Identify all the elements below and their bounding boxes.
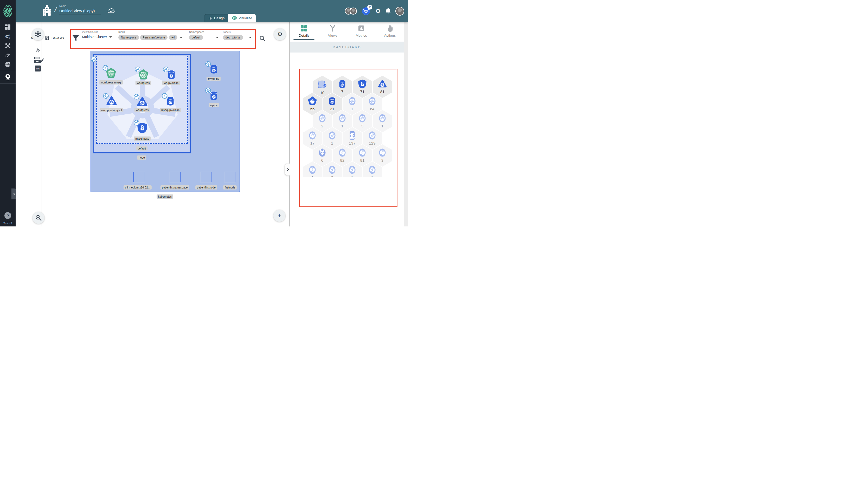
- resource-count: 71: [360, 90, 365, 94]
- node-label: mysql-pv-claim: [160, 108, 181, 112]
- chevron-down-icon: [249, 37, 251, 38]
- canvas-empty-node-c3-medium-x86-02...[interactable]: [133, 172, 145, 182]
- chevron-down-icon: [109, 36, 112, 38]
- metrics-chart-icon: [358, 25, 365, 32]
- node-label: patientfirstnode: [195, 185, 217, 190]
- node-label: patientlistnamespace: [160, 185, 189, 190]
- save-as-button[interactable]: Save As: [45, 36, 64, 40]
- resource-count: 3: [331, 175, 333, 177]
- view-name-field: Name: [59, 5, 101, 15]
- resource-count: 82: [340, 158, 345, 162]
- node-label: firstnode: [223, 185, 237, 190]
- active-tab-indicator: [293, 39, 314, 40]
- kinds-filter[interactable]: Kinds NamespacePersistentVolume+4: [118, 31, 185, 45]
- canvas-settings-button[interactable]: ⚙: [274, 28, 286, 40]
- resource-count: 1: [341, 124, 343, 128]
- managed-badge-icon: [162, 93, 167, 100]
- lifecycle-gears-icon[interactable]: ⚙⚙⚙: [0, 32, 16, 41]
- resource-count: 2: [321, 124, 323, 128]
- resource-count: 1: [351, 106, 353, 111]
- canvas-empty-node-patientlistnamespace[interactable]: [169, 172, 181, 182]
- add-button[interactable]: +: [273, 210, 285, 222]
- sidebar-divider: [0, 71, 16, 71]
- node-label: mysql-pass: [134, 136, 151, 141]
- notifications-bell-icon[interactable]: [385, 8, 391, 14]
- tab-visualize[interactable]: Visualize: [228, 14, 256, 22]
- resource-count: 10: [320, 91, 324, 95]
- panel-collapse-button[interactable]: [285, 163, 290, 175]
- resource-count: 81: [360, 158, 365, 162]
- configuration-tools-icon[interactable]: [0, 41, 16, 51]
- managed-badge-icon: [163, 67, 168, 73]
- tab-actions[interactable]: Actions: [376, 22, 404, 40]
- tab-details[interactable]: Details: [290, 22, 318, 40]
- help-button[interactable]: ?: [4, 212, 11, 219]
- extensions-icon[interactable]: [0, 60, 16, 69]
- hex-resource-pod[interactable]: 81: [373, 76, 392, 98]
- edit-pencil-icon[interactable]: [39, 59, 44, 64]
- cloud-sync-icon[interactable]: [108, 8, 115, 14]
- dashboard-section-header: DASHBOARD: [290, 41, 404, 53]
- design-spiral-icon: [208, 16, 213, 20]
- zoom-in-button[interactable]: [32, 212, 44, 224]
- svg-text:⚙: ⚙: [8, 34, 10, 37]
- resource-count: 1: [331, 141, 333, 145]
- node-label: node: [137, 156, 146, 160]
- sidebar-expand-button[interactable]: [11, 189, 16, 199]
- kanvas-pin-icon[interactable]: [0, 72, 16, 82]
- filter-chip[interactable]: +4: [169, 35, 177, 40]
- managed-badge-icon: [205, 88, 211, 94]
- designs-spiral-icon[interactable]: [35, 47, 41, 54]
- panel-scrollbar-track[interactable]: [404, 22, 408, 226]
- performance-gauge-icon[interactable]: [0, 51, 16, 60]
- new-node-button[interactable]: [32, 28, 44, 40]
- resource-count: 1: [311, 175, 313, 177]
- filter-chip[interactable]: dev=tutorial: [223, 35, 243, 40]
- namespaces-filter[interactable]: Namespaces default: [189, 31, 218, 45]
- collaborator-avatar[interactable]: [350, 7, 357, 14]
- filter-chip[interactable]: PersistentVolume: [140, 35, 168, 40]
- canvas-empty-node-patientfirstnode[interactable]: [200, 172, 212, 182]
- canvas-empty-node-firstnode[interactable]: [224, 172, 236, 182]
- actions-hand-icon: [387, 25, 393, 32]
- node-label: wordpress: [134, 108, 150, 112]
- search-icon[interactable]: [259, 35, 266, 43]
- resource-count: 56: [310, 106, 315, 111]
- hex-resource-crd[interactable]: 1: [373, 110, 392, 132]
- resource-count: 3: [381, 158, 383, 162]
- resource-count: 3: [361, 124, 363, 128]
- cluster-label: kubernetes: [157, 194, 173, 199]
- managed-badge-icon: [134, 94, 140, 101]
- organization-icon[interactable]: [43, 5, 51, 17]
- canvas-tool-rail: WA: [16, 22, 42, 226]
- visualize-eye-icon: [232, 16, 237, 20]
- node-label: wordpress-mysql: [100, 108, 123, 112]
- labels-filter[interactable]: Labels dev=tutorial: [223, 31, 251, 45]
- dashboard-icon[interactable]: [0, 22, 16, 32]
- view-name-input[interactable]: [59, 8, 101, 15]
- managed-badge-icon: [102, 65, 108, 72]
- resource-honeycomb: 1077181562116421311711371296828131311588…: [290, 53, 404, 177]
- filter-funnel-icon[interactable]: [72, 35, 79, 43]
- filter-chip[interactable]: Namespace: [118, 35, 139, 40]
- user-avatar[interactable]: [395, 7, 404, 15]
- collaborator-avatars: [345, 7, 357, 14]
- tab-design[interactable]: Design: [205, 14, 228, 22]
- tab-views[interactable]: Views: [318, 22, 347, 40]
- resource-count: 1: [381, 124, 383, 128]
- resource-count: 17: [310, 141, 315, 145]
- wasm-filter-icon[interactable]: WA: [35, 66, 41, 71]
- settings-gear-icon[interactable]: ⚙: [375, 8, 381, 14]
- resource-count: 1: [351, 175, 353, 177]
- view-selector-dropdown[interactable]: View Selector Multiple Cluster: [82, 31, 115, 45]
- resource-count: 81: [380, 90, 385, 94]
- views-icon: [330, 25, 336, 32]
- resource-count: 64: [370, 106, 375, 111]
- managed-badge-icon: [103, 93, 109, 100]
- hex-resource-crd[interactable]: 3: [373, 144, 392, 167]
- tab-metrics[interactable]: Metrics: [347, 22, 376, 40]
- filter-chip[interactable]: default: [189, 35, 203, 40]
- meshery-logo-icon[interactable]: [3, 4, 13, 19]
- kubernetes-context-switcher[interactable]: 2: [362, 7, 370, 15]
- node-label: wordpress: [135, 81, 151, 85]
